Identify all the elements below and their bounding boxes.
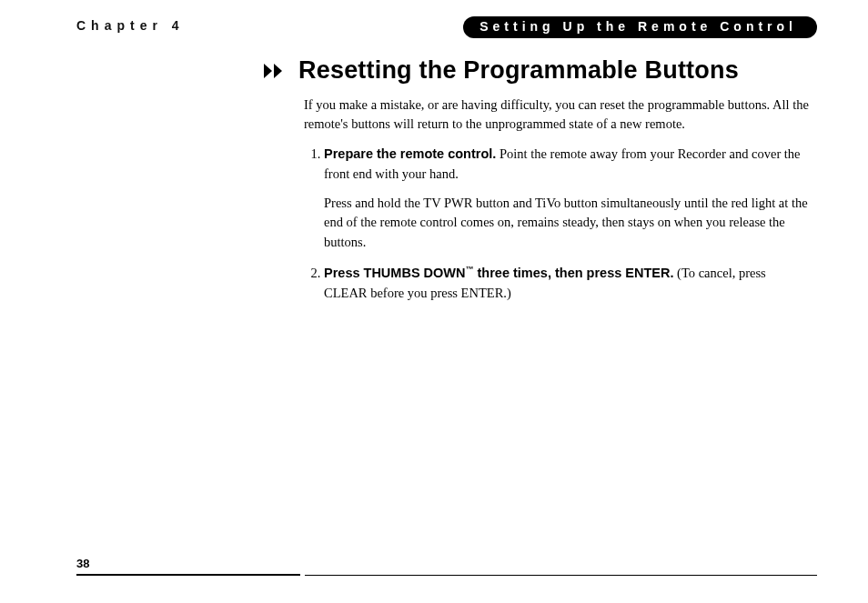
step-item: Prepare the remote control. Point the re…: [324, 145, 812, 253]
step-item: Press THUMBS DOWN™ three times, then pre…: [324, 264, 812, 304]
intro-paragraph: If you make a mistake, or are having dif…: [304, 95, 812, 134]
section-title: Resetting the Programmable Buttons: [298, 56, 739, 85]
document-page: Chapter 4 Setting Up the Remote Control …: [0, 0, 868, 603]
step-lead: Press THUMBS DOWN™ three times, then pre…: [324, 266, 673, 280]
double-forward-icon: [264, 61, 289, 81]
svg-marker-1: [274, 64, 282, 78]
step-lead-post: three times, then press ENTER.: [474, 266, 674, 280]
step-lead-pre: Press THUMBS DOWN: [324, 266, 466, 280]
footer-rule-thick: [76, 574, 300, 576]
page-header: Chapter 4 Setting Up the Remote Control: [76, 16, 817, 40]
section-header-bar: Setting Up the Remote Control: [463, 16, 817, 38]
svg-marker-0: [264, 64, 272, 78]
chapter-label: Chapter 4: [76, 18, 185, 33]
step-paragraph: Press and hold the TV PWR button and TiV…: [324, 194, 812, 253]
steps-list: Prepare the remote control. Point the re…: [304, 145, 812, 303]
step-lead: Prepare the remote control.: [324, 146, 496, 161]
page-number: 38: [76, 557, 89, 570]
section-heading-row: Resetting the Programmable Buttons: [264, 56, 812, 85]
trademark-symbol: ™: [466, 265, 474, 274]
footer-rule-thin: [305, 575, 817, 576]
content-column: Resetting the Programmable Buttons If yo…: [304, 56, 812, 303]
